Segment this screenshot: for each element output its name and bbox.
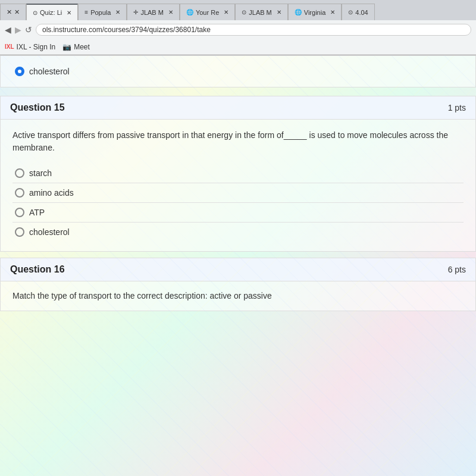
back-button[interactable]: ◀: [5, 25, 11, 35]
tab-quiz[interactable]: ⊙ Quiz: Li ✕: [26, 4, 78, 20]
question15-body: Active transport differs from passive tr…: [1, 120, 475, 251]
question15-title: Question 15: [10, 102, 65, 113]
tab-prev-label: ✕: [14, 8, 20, 16]
question16-header: Question 16 6 pts: [1, 258, 475, 281]
question16-section: Question 16 6 pts Match the type of tran…: [0, 258, 476, 311]
question15-options: starch amino acids ATP cholesterol: [12, 164, 464, 242]
question15-text: Active transport differs from passive tr…: [12, 129, 464, 154]
ixl-label: IXL - Sign In: [17, 43, 56, 51]
ixl-icon: IXL: [5, 43, 14, 50]
tab-popular[interactable]: ≡ Popula ✕: [78, 4, 127, 20]
question16-text: Match the type of transport to the corre…: [12, 290, 464, 302]
atp-label: ATP: [29, 208, 45, 217]
question15-header: Question 15 1 pts: [1, 96, 475, 120]
prev-answer-option[interactable]: cholesterol: [12, 63, 464, 80]
question15-wrapper: Question 15 1 pts Active transport diffe…: [0, 96, 476, 252]
tab-time[interactable]: ⊙ 4.04: [342, 4, 374, 20]
tab-popular-close[interactable]: ✕: [115, 9, 120, 15]
starch-radio: [15, 168, 24, 178]
tab-prev[interactable]: ✕ ✕: [0, 4, 26, 20]
page-content: cholesterol Question 15 1 pts Active tra…: [0, 55, 476, 476]
tab-yourre[interactable]: 🌐 Your Re ✕: [180, 4, 235, 20]
meet-label: Meet: [74, 43, 90, 51]
question16-body: Match the type of transport to the corre…: [1, 281, 475, 311]
option-cholesterol[interactable]: cholesterol: [12, 223, 464, 242]
atp-radio: [15, 208, 24, 217]
browser-chrome: ✕ ✕ ⊙ Quiz: Li ✕ ≡ Popula ✕ ✛ JLAB M ✕ 🌐…: [0, 0, 476, 55]
cholesterol-radio: [15, 227, 24, 237]
bookmarks-bar: IXL IXL - Sign In 📷 Meet: [0, 39, 476, 55]
tab-popular-icon: ≡: [84, 9, 88, 15]
tab-time-label: 4.04: [355, 9, 368, 16]
address-input[interactable]: ols.instructure.com/courses/3794/quizzes…: [36, 24, 471, 36]
tab-virginia-icon: 🌐: [295, 9, 302, 15]
tab-virginia-label: Virginia: [304, 9, 326, 16]
starch-label: starch: [29, 168, 52, 178]
tab-jlab1-label: JLAB M: [140, 9, 164, 16]
option-starch[interactable]: starch: [12, 164, 464, 183]
question16-pts: 6 pts: [448, 265, 466, 274]
tab-time-icon: ⊙: [348, 9, 353, 15]
prev-answer-section: cholesterol: [0, 55, 476, 87]
tab-prev-icon: ✕: [7, 8, 12, 16]
tab-popular-label: Popula: [90, 9, 111, 16]
question15-section: Question 15 1 pts Active transport diffe…: [0, 96, 476, 252]
cholesterol-label: cholesterol: [29, 227, 70, 237]
tab-quiz-label: Quiz: Li: [40, 9, 62, 16]
tab-virginia[interactable]: 🌐 Virginia ✕: [288, 4, 342, 20]
tab-yourre-label: Your Re: [196, 9, 219, 16]
tab-jlab2-label: JLAB M: [249, 9, 272, 16]
tab-jlab2[interactable]: ⊙ JLAB M ✕: [235, 4, 288, 20]
option-atp[interactable]: ATP: [12, 203, 464, 223]
tab-jlab1[interactable]: ✛ JLAB M ✕: [127, 4, 180, 20]
tab-jlab1-close[interactable]: ✕: [168, 9, 173, 15]
tab-virginia-close[interactable]: ✕: [330, 9, 335, 15]
address-bar: ◀ ▶ ↺ ols.instructure.com/courses/3794/q…: [0, 20, 476, 39]
option-amino-acids[interactable]: amino acids: [12, 183, 464, 203]
amino-acids-radio: [15, 188, 24, 198]
tab-bar: ✕ ✕ ⊙ Quiz: Li ✕ ≡ Popula ✕ ✛ JLAB M ✕ 🌐…: [0, 0, 476, 20]
meet-icon: 📷: [62, 43, 71, 51]
tab-yourre-icon: 🌐: [186, 9, 193, 15]
tab-jlab1-icon: ✛: [133, 9, 138, 15]
prev-answer-label: cholesterol: [29, 67, 70, 76]
question15-pts: 1 pts: [448, 103, 466, 112]
tab-yourre-close[interactable]: ✕: [224, 9, 228, 15]
tab-jlab2-icon: ⊙: [242, 9, 246, 15]
prev-radio-selected: [15, 67, 24, 76]
bookmark-meet[interactable]: 📷 Meet: [62, 43, 90, 51]
bookmark-ixl[interactable]: IXL IXL - Sign In: [5, 43, 55, 51]
forward-button[interactable]: ▶: [15, 25, 21, 35]
amino-acids-label: amino acids: [29, 188, 74, 198]
question16-title: Question 16: [10, 264, 65, 275]
refresh-button[interactable]: ↺: [25, 25, 32, 35]
tab-quiz-icon: ⊙: [33, 10, 37, 16]
tab-quiz-close[interactable]: ✕: [67, 10, 71, 16]
tab-jlab2-close[interactable]: ✕: [277, 9, 281, 15]
